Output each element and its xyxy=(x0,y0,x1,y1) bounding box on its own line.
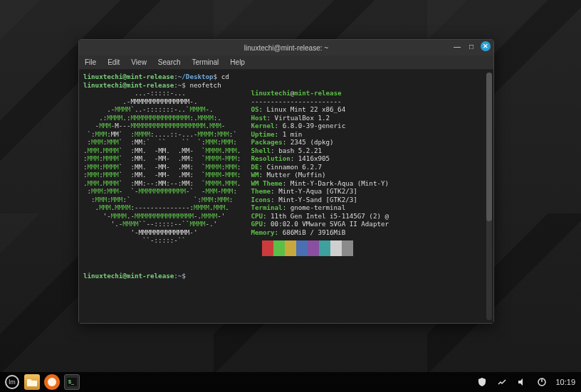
color-swatch xyxy=(262,240,273,256)
prompt-line-2: linuxtechi@mint-release:~$ neofetch xyxy=(83,81,489,90)
prompt-path: ~/Desktop xyxy=(178,73,214,80)
info-row: OS: Linux Mint 22 x86_64 xyxy=(251,105,389,114)
taskbar: lm $_ 10:19 xyxy=(0,372,581,392)
file-manager-launcher[interactable] xyxy=(24,374,40,390)
mint-logo-icon: lm xyxy=(5,375,19,389)
network-icon xyxy=(497,377,507,387)
info-row: Terminal: gnome-terminal xyxy=(251,203,389,212)
tray-updates-icon[interactable] xyxy=(474,374,490,390)
power-icon xyxy=(537,377,547,387)
color-swatch xyxy=(296,240,308,256)
info-row: Theme: Mint-Y-Aqua [GTK2/3] xyxy=(251,187,389,196)
firefox-icon xyxy=(46,376,58,388)
info-row: GPU: 00:02.0 VMware SVGA II Adapter xyxy=(251,220,389,228)
color-swatches xyxy=(251,240,389,256)
terminal-output[interactable]: linuxtechi@mint-release:~/Desktop$ cdlin… xyxy=(79,70,493,323)
color-swatch xyxy=(330,240,342,256)
terminal-icon: $_ xyxy=(67,378,77,386)
color-swatch xyxy=(251,240,262,256)
prompt-cmd: cd xyxy=(221,73,229,80)
info-row: Memory: 686MiB / 3916MiB xyxy=(251,228,389,237)
menu-view[interactable]: View xyxy=(128,57,150,68)
tray-volume-icon[interactable] xyxy=(514,374,530,390)
prompt-user: linuxtechi@mint-release xyxy=(83,73,174,80)
window-close-button[interactable]: ✕ xyxy=(481,41,491,51)
folder-icon xyxy=(27,378,37,386)
window-title: linuxtechi@mint-release: ~ xyxy=(244,44,328,52)
color-swatch xyxy=(319,240,330,256)
window-minimize-button[interactable]: — xyxy=(452,41,462,51)
window-titlebar[interactable]: linuxtechi@mint-release: ~ — □ ✕ xyxy=(79,40,493,55)
svg-point-0 xyxy=(48,378,56,386)
info-row: DE: Cinnamon 6.2.7 xyxy=(251,163,389,171)
taskbar-clock[interactable]: 10:19 xyxy=(554,378,577,386)
firefox-launcher[interactable] xyxy=(44,374,60,390)
svg-text:$_: $_ xyxy=(68,379,74,385)
scrollbar-thumb[interactable] xyxy=(486,73,492,221)
info-row: Icons: Mint-Y-Sand [GTK2/3] xyxy=(251,196,389,204)
neofetch-output: ...-:::::-... .-MMMMMMMMMMMMMMM-. .-MMMM… xyxy=(83,89,489,256)
tray-power-icon[interactable] xyxy=(534,374,550,390)
prompt-line-1: linuxtechi@mint-release:~/Desktop$ cd xyxy=(83,73,489,81)
color-swatch xyxy=(308,240,319,256)
start-menu-button[interactable]: lm xyxy=(4,374,20,390)
tray-network-icon[interactable] xyxy=(494,374,510,390)
info-row: CPU: 11th Gen Intel i5-1145G7 (2) @ xyxy=(251,212,389,221)
shield-icon xyxy=(477,377,487,387)
volume-icon xyxy=(517,377,527,387)
info-row: Uptime: 1 min xyxy=(251,130,389,139)
menu-help[interactable]: Help xyxy=(227,57,248,68)
menu-file[interactable]: File xyxy=(82,57,99,68)
menu-edit[interactable]: Edit xyxy=(105,57,122,68)
info-row: Packages: 2345 (dpkg) xyxy=(251,138,389,147)
system-info: linuxtechi@mint-release-----------------… xyxy=(251,89,389,256)
menu-terminal[interactable]: Terminal xyxy=(189,57,222,68)
info-row: WM: Mutter (Muffin) xyxy=(251,171,389,179)
info-row: Host: VirtualBox 1.2 xyxy=(251,114,389,122)
color-swatch xyxy=(342,240,353,256)
terminal-scrollbar[interactable] xyxy=(486,73,492,320)
window-maximize-button[interactable]: □ xyxy=(466,41,476,51)
color-swatch xyxy=(285,240,296,256)
color-swatch xyxy=(273,240,285,256)
info-row: Resolution: 1416x905 xyxy=(251,154,389,163)
prompt-line-3: linuxtechi@mint-release:~$ xyxy=(83,272,489,280)
menu-search[interactable]: Search xyxy=(155,57,184,68)
info-row: Shell: bash 5.2.21 xyxy=(251,147,389,155)
menubar: File Edit View Search Terminal Help xyxy=(79,55,493,70)
terminal-launcher[interactable]: $_ xyxy=(64,374,80,390)
info-row: WM Theme: Mint-Y-Dark-Aqua (Mint-Y) xyxy=(251,179,389,188)
ascii-logo: ...-:::::-... .-MMMMMMMMMMMMMMM-. .-MMMM… xyxy=(83,89,241,256)
info-row: Kernel: 6.8.0-39-generic xyxy=(251,122,389,130)
terminal-window: linuxtechi@mint-release: ~ — □ ✕ File Ed… xyxy=(78,39,494,324)
